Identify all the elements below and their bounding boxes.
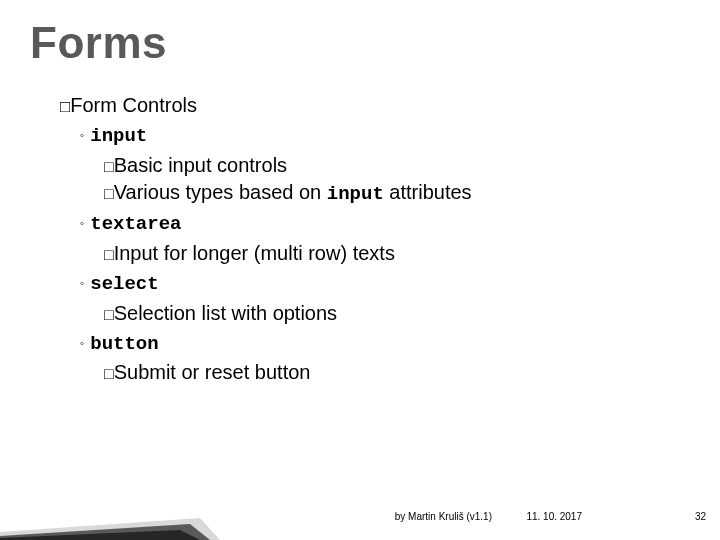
svg-marker-2 [0,530,200,540]
svg-marker-1 [0,524,210,540]
subitem-post: attributes [384,181,472,203]
subitem-text: Selection list with options [114,302,337,324]
diamond-bullet-icon: ◦ [80,276,84,290]
footer-byline: by Martin Kruliš (v1.1) [395,511,492,522]
slide-title: Forms [30,18,167,68]
list-subitem: □Various types based on input attributes [104,179,472,208]
subitem-pre: Various types based on [114,181,327,203]
bullet-square-icon: □ [104,158,114,175]
bullet-square-icon: □ [60,97,70,116]
list-item: ◦input [80,121,472,150]
list-item: ◦textarea [80,209,472,238]
corner-accent-icon [0,510,220,540]
subitem-text: Submit or reset button [114,361,311,383]
slide: Forms □Form Controls ◦input □Basic input… [0,0,720,540]
list-subitem: □Submit or reset button [104,359,472,386]
code-tag: input [90,125,147,147]
code-tag: select [90,273,158,295]
diamond-bullet-icon: ◦ [80,216,84,230]
footer-date: 11. 10. 2017 [526,511,582,522]
section-prefix: Form [70,94,117,116]
subitem-text: Input for longer (multi row) texts [114,242,395,264]
code-inline: input [327,183,384,205]
bullet-square-icon: □ [104,306,114,323]
diamond-bullet-icon: ◦ [80,128,84,142]
list-subitem: □Input for longer (multi row) texts [104,240,472,267]
code-tag: button [90,333,158,355]
section-heading: □Form Controls [60,92,472,119]
diamond-bullet-icon: ◦ [80,336,84,350]
bullet-square-icon: □ [104,185,114,202]
bullet-square-icon: □ [104,246,114,263]
code-tag: textarea [90,213,181,235]
footer-page-number: 32 [695,511,706,522]
list-subitem: □Selection list with options [104,300,472,327]
content-area: □Form Controls ◦input □Basic input contr… [60,92,472,386]
section-rest: Controls [117,94,197,116]
subitem-text: Basic input controls [114,154,287,176]
list-subitem: □Basic input controls [104,152,472,179]
list-item: ◦select [80,269,472,298]
bullet-square-icon: □ [104,365,114,382]
list-item: ◦button [80,329,472,358]
svg-marker-0 [0,518,220,540]
